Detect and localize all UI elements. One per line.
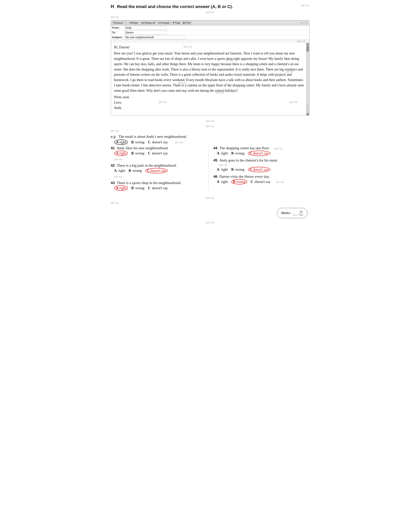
reply-all-button[interactable]: ✉✉ Reply All xyxy=(140,21,156,25)
watermark-q41: gdz.top xyxy=(114,158,122,161)
q46-answers: A right B wrong C doesn't say gdz.top xyxy=(217,179,309,184)
example-a-letter: A xyxy=(116,140,119,144)
q42-option-c: C doesn't say xyxy=(145,168,168,173)
next-button[interactable]: ↓ xyxy=(124,21,127,24)
question-46: 46 Darren visits the library every day. … xyxy=(213,175,309,184)
question-43: 43 There is a sports shop in the neighbo… xyxy=(111,181,207,191)
q41-option-c: C doesn't say xyxy=(148,151,168,155)
q42-a-letter: A xyxy=(114,168,117,173)
q42-c-text: doesn't say xyxy=(150,168,166,173)
q46-number: 46 xyxy=(213,175,217,179)
q43-number: 43 xyxy=(111,181,115,185)
question-45: 45 Andy goes to the chemist's for his mu… xyxy=(213,158,309,172)
watermark-bottom-1: gdz.top xyxy=(206,197,214,199)
q43-option-c: C doesn't say xyxy=(148,186,168,190)
example-option-b: B wrong xyxy=(131,140,144,144)
q45-option-b: B wrong xyxy=(231,167,244,172)
email-greeting: Hi, Darren! xyxy=(114,45,305,50)
two-col-questions: 41 Andy likes his new neighbourhood. A r… xyxy=(111,146,309,193)
scroll-down[interactable]: ▼ xyxy=(306,113,309,115)
example-c-letter: C xyxy=(148,140,150,144)
print-button[interactable]: 🖶 Print xyxy=(182,21,192,25)
q43-c-text: doesn't say xyxy=(152,186,168,190)
q45-c-circle: C doesn't say xyxy=(248,167,271,172)
q42-b-text: wrong xyxy=(133,168,142,173)
q44-text: The shopping centre has one floor. xyxy=(219,146,270,150)
nav-buttons[interactable]: Previous ↓ xyxy=(112,21,128,25)
q41-a-text: right xyxy=(119,151,126,155)
q41-b-letter: B xyxy=(131,151,134,155)
q41-c-letter: C xyxy=(148,151,150,155)
q45-a-text: right xyxy=(221,167,228,172)
q45-b-letter: B xyxy=(231,167,234,172)
example-b-text: wrong xyxy=(135,140,145,144)
marks-box: Marks: 12 6x2 xyxy=(277,208,308,218)
watermark-q42: gdz.top xyxy=(114,175,122,178)
subject-field: Subject: My new neighbourhood! xyxy=(111,35,309,39)
q46-text: Darren visits the library every day. xyxy=(219,175,270,179)
q46-a-letter: A xyxy=(217,180,219,184)
scrollbar[interactable]: ▲ ▼ gdz.top xyxy=(306,43,309,115)
example-option-c: C doesn't say xyxy=(148,140,168,144)
q46-b-circle: B wrong xyxy=(231,179,247,184)
q44-text-row: 44 The shopping centre has one floor. gd… xyxy=(213,146,309,150)
watermark-mid-3: gdz.top xyxy=(111,129,119,132)
q41-a-letter: A xyxy=(116,151,119,155)
marks-section: Marks: 12 6x2 xyxy=(111,208,309,218)
email-closing1: Write soon. xyxy=(114,95,305,100)
q46-c-letter: C xyxy=(251,180,253,184)
example-option-a: A right xyxy=(114,139,128,145)
marks-label: Marks: xyxy=(281,211,291,215)
q44-a-letter: A xyxy=(217,151,219,155)
forward-button[interactable]: ➤ Forward xyxy=(157,21,170,25)
q41-c-text: doesn't say xyxy=(152,151,168,155)
q45-a-letter: A xyxy=(217,167,219,172)
example-row: e.g. The email is about Andy's new neigh… xyxy=(111,135,309,139)
previous-button[interactable]: Previous xyxy=(112,21,124,24)
subject-label: Subject: xyxy=(112,36,125,39)
q43-option-b: B wrong xyxy=(131,186,144,190)
q45-text: Andy goes to the chemist's for his mum. xyxy=(219,158,278,162)
example-text: The email is about Andy's new neighbourh… xyxy=(118,135,187,138)
subject-value: My new neighbourhood! xyxy=(125,35,186,39)
q44-c-circle: C doesn't say xyxy=(248,151,271,156)
q43-b-text: wrong xyxy=(135,186,145,190)
reply-button[interactable]: ✉ Reply xyxy=(128,21,139,25)
scroll-thumb[interactable] xyxy=(307,46,309,52)
q45-text-row: 45 Andy goes to the chemist's for his mu… xyxy=(213,158,309,162)
q41-a-circle: A right xyxy=(114,151,128,156)
q42-a-text: right xyxy=(118,168,125,173)
q46-a-text: right xyxy=(221,180,228,184)
watermark-body-1: gdz.top xyxy=(184,45,192,49)
example-answers: A right B wrong C doesn't say gdz.top xyxy=(114,139,309,145)
q46-text-row: 46 Darren visits the library every day. xyxy=(213,175,309,179)
watermark-mid-1: gdz.top xyxy=(206,120,214,122)
flag-button[interactable]: ⚑ Flag xyxy=(172,21,181,25)
watermark-body-4: gdz.top xyxy=(178,81,186,85)
email-body: Hi, Darren! How are you? I was glad to g… xyxy=(111,43,309,115)
q41-option-b: B wrong xyxy=(131,151,144,155)
q42-option-b: B wrong xyxy=(128,168,142,173)
watermark-body-7: gdz.top xyxy=(159,100,167,104)
watermark-body-5: gdz.top xyxy=(216,91,224,94)
questions-right-col: 44 The shopping centre has one floor. gd… xyxy=(209,146,309,193)
q43-b-letter: B xyxy=(131,186,134,190)
email-headers: From: Andy To: Darren Subject: My new ne… xyxy=(111,25,309,40)
watermark-bottom-2: gdz.top xyxy=(111,201,119,204)
q45-c-text: doesn't say xyxy=(253,167,269,172)
marks-multiplier: 6x2 xyxy=(299,213,303,216)
watermark-example: gdz.top xyxy=(175,141,183,144)
watermark-left-1: gdz.top xyxy=(111,15,119,18)
from-field: From: Andy xyxy=(111,25,309,30)
q46-option-c: C doesn't say xyxy=(251,180,271,184)
watermark-q46: gdz.top xyxy=(276,180,284,183)
q46-option-a: A right xyxy=(217,180,228,184)
from-label: From: xyxy=(112,26,125,29)
watermark-q45: gdz.top xyxy=(219,163,227,166)
q44-answers: A right B wrong C doesn't say xyxy=(217,151,309,156)
q46-b-letter: B xyxy=(233,180,235,184)
q42-b-letter: B xyxy=(128,168,131,173)
q43-a-letter: A xyxy=(116,186,119,190)
scroll-up[interactable]: ▲ xyxy=(306,43,309,46)
q41-answers: A right B wrong C doesn't say xyxy=(114,151,207,156)
